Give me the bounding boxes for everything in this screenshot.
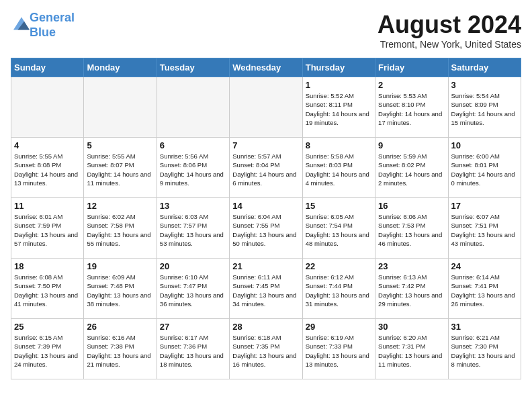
calendar-cell: 1Sunrise: 5:52 AM Sunset: 8:11 PM Daylig… bbox=[302, 77, 375, 138]
weekday-header-wednesday: Wednesday bbox=[230, 58, 302, 77]
calendar-cell: 7Sunrise: 5:57 AM Sunset: 8:04 PM Daylig… bbox=[230, 138, 302, 198]
page-header: General Blue August 2024 Tremont, New Yo… bbox=[11, 11, 521, 50]
cell-info: Sunrise: 5:53 AM Sunset: 8:10 PM Dayligh… bbox=[378, 91, 445, 127]
week-row-1: 1Sunrise: 5:52 AM Sunset: 8:11 PM Daylig… bbox=[11, 77, 521, 138]
calendar-cell: 2Sunrise: 5:53 AM Sunset: 8:10 PM Daylig… bbox=[375, 77, 448, 138]
day-number: 30 bbox=[378, 322, 445, 332]
calendar-cell bbox=[230, 77, 302, 138]
day-number: 18 bbox=[14, 261, 81, 271]
day-number: 14 bbox=[232, 201, 299, 211]
day-number: 22 bbox=[306, 261, 372, 271]
day-number: 7 bbox=[232, 140, 299, 150]
day-number: 12 bbox=[87, 201, 153, 211]
calendar-cell: 13Sunrise: 6:03 AM Sunset: 7:57 PM Dayli… bbox=[157, 198, 229, 259]
cell-info: Sunrise: 6:04 AM Sunset: 7:55 PM Dayligh… bbox=[232, 212, 299, 248]
logo: General Blue bbox=[11, 11, 75, 40]
calendar-cell bbox=[84, 77, 157, 138]
cell-info: Sunrise: 5:55 AM Sunset: 8:07 PM Dayligh… bbox=[87, 152, 153, 187]
day-number: 4 bbox=[14, 140, 81, 150]
logo-icon bbox=[13, 17, 30, 30]
calendar-cell: 9Sunrise: 5:59 AM Sunset: 8:02 PM Daylig… bbox=[375, 138, 448, 198]
day-number: 6 bbox=[160, 140, 226, 150]
day-number: 10 bbox=[451, 140, 518, 150]
cell-info: Sunrise: 6:07 AM Sunset: 7:51 PM Dayligh… bbox=[451, 212, 518, 248]
calendar-cell: 5Sunrise: 5:55 AM Sunset: 8:07 PM Daylig… bbox=[84, 138, 157, 198]
calendar-cell: 26Sunrise: 6:16 AM Sunset: 7:38 PM Dayli… bbox=[84, 319, 157, 379]
calendar-cell: 4Sunrise: 5:55 AM Sunset: 8:08 PM Daylig… bbox=[11, 138, 84, 198]
day-number: 15 bbox=[306, 201, 372, 211]
calendar-cell bbox=[11, 77, 84, 138]
calendar-cell: 25Sunrise: 6:15 AM Sunset: 7:39 PM Dayli… bbox=[11, 319, 84, 379]
cell-info: Sunrise: 6:00 AM Sunset: 8:01 PM Dayligh… bbox=[451, 152, 518, 187]
cell-info: Sunrise: 5:57 AM Sunset: 8:04 PM Dayligh… bbox=[232, 152, 299, 187]
logo-line1: General bbox=[30, 11, 75, 24]
calendar-cell: 19Sunrise: 6:09 AM Sunset: 7:48 PM Dayli… bbox=[84, 259, 157, 319]
cell-info: Sunrise: 6:14 AM Sunset: 7:41 PM Dayligh… bbox=[451, 273, 518, 308]
day-number: 13 bbox=[160, 201, 226, 211]
calendar-table: SundayMondayTuesdayWednesdayThursdayFrid… bbox=[11, 58, 521, 379]
day-number: 8 bbox=[306, 140, 372, 150]
cell-info: Sunrise: 6:17 AM Sunset: 7:36 PM Dayligh… bbox=[160, 333, 226, 369]
day-number: 9 bbox=[378, 140, 445, 150]
day-number: 19 bbox=[87, 261, 153, 271]
cell-info: Sunrise: 5:54 AM Sunset: 8:09 PM Dayligh… bbox=[451, 91, 518, 127]
day-number: 3 bbox=[451, 80, 518, 90]
week-row-2: 4Sunrise: 5:55 AM Sunset: 8:08 PM Daylig… bbox=[11, 138, 521, 198]
day-number: 28 bbox=[232, 322, 299, 332]
cell-info: Sunrise: 6:03 AM Sunset: 7:57 PM Dayligh… bbox=[160, 212, 226, 248]
weekday-header-monday: Monday bbox=[84, 58, 157, 77]
calendar-cell: 10Sunrise: 6:00 AM Sunset: 8:01 PM Dayli… bbox=[448, 138, 521, 198]
calendar-cell: 14Sunrise: 6:04 AM Sunset: 7:55 PM Dayli… bbox=[230, 198, 302, 259]
calendar-cell: 11Sunrise: 6:01 AM Sunset: 7:59 PM Dayli… bbox=[11, 198, 84, 259]
day-number: 5 bbox=[87, 140, 153, 150]
calendar-cell: 28Sunrise: 6:18 AM Sunset: 7:35 PM Dayli… bbox=[230, 319, 302, 379]
day-number: 20 bbox=[160, 261, 226, 271]
calendar-cell: 18Sunrise: 6:08 AM Sunset: 7:50 PM Dayli… bbox=[11, 259, 84, 319]
weekday-header-saturday: Saturday bbox=[448, 58, 521, 77]
day-number: 26 bbox=[87, 322, 153, 332]
weekday-header-sunday: Sunday bbox=[11, 58, 84, 77]
calendar-cell: 16Sunrise: 6:06 AM Sunset: 7:53 PM Dayli… bbox=[375, 198, 448, 259]
day-number: 27 bbox=[160, 322, 226, 332]
day-number: 17 bbox=[451, 201, 518, 211]
cell-info: Sunrise: 5:59 AM Sunset: 8:02 PM Dayligh… bbox=[378, 152, 445, 187]
weekday-header-thursday: Thursday bbox=[302, 58, 375, 77]
cell-info: Sunrise: 6:16 AM Sunset: 7:38 PM Dayligh… bbox=[87, 333, 153, 369]
calendar-cell: 22Sunrise: 6:12 AM Sunset: 7:44 PM Dayli… bbox=[302, 259, 375, 319]
week-row-3: 11Sunrise: 6:01 AM Sunset: 7:59 PM Dayli… bbox=[11, 198, 521, 259]
cell-info: Sunrise: 6:19 AM Sunset: 7:33 PM Dayligh… bbox=[306, 333, 372, 369]
cell-info: Sunrise: 6:20 AM Sunset: 7:31 PM Dayligh… bbox=[378, 333, 445, 369]
calendar-cell: 15Sunrise: 6:05 AM Sunset: 7:54 PM Dayli… bbox=[302, 198, 375, 259]
calendar-cell bbox=[157, 77, 229, 138]
day-number: 31 bbox=[451, 322, 518, 332]
week-row-5: 25Sunrise: 6:15 AM Sunset: 7:39 PM Dayli… bbox=[11, 319, 521, 379]
cell-info: Sunrise: 6:01 AM Sunset: 7:59 PM Dayligh… bbox=[14, 212, 81, 248]
cell-info: Sunrise: 6:08 AM Sunset: 7:50 PM Dayligh… bbox=[14, 273, 81, 308]
calendar-cell: 23Sunrise: 6:13 AM Sunset: 7:42 PM Dayli… bbox=[375, 259, 448, 319]
week-row-4: 18Sunrise: 6:08 AM Sunset: 7:50 PM Dayli… bbox=[11, 259, 521, 319]
calendar-cell: 6Sunrise: 5:56 AM Sunset: 8:06 PM Daylig… bbox=[157, 138, 229, 198]
calendar-cell: 12Sunrise: 6:02 AM Sunset: 7:58 PM Dayli… bbox=[84, 198, 157, 259]
calendar-cell: 3Sunrise: 5:54 AM Sunset: 8:09 PM Daylig… bbox=[448, 77, 521, 138]
calendar-cell: 27Sunrise: 6:17 AM Sunset: 7:36 PM Dayli… bbox=[157, 319, 229, 379]
logo-line2: Blue bbox=[30, 26, 56, 39]
cell-info: Sunrise: 6:10 AM Sunset: 7:47 PM Dayligh… bbox=[160, 273, 226, 308]
day-number: 23 bbox=[378, 261, 445, 271]
day-number: 25 bbox=[14, 322, 81, 332]
calendar-cell: 17Sunrise: 6:07 AM Sunset: 7:51 PM Dayli… bbox=[448, 198, 521, 259]
weekday-header-tuesday: Tuesday bbox=[157, 58, 229, 77]
calendar-cell: 20Sunrise: 6:10 AM Sunset: 7:47 PM Dayli… bbox=[157, 259, 229, 319]
calendar-cell: 21Sunrise: 6:11 AM Sunset: 7:45 PM Dayli… bbox=[230, 259, 302, 319]
weekday-header-friday: Friday bbox=[375, 58, 448, 77]
calendar-cell: 30Sunrise: 6:20 AM Sunset: 7:31 PM Dayli… bbox=[375, 319, 448, 379]
title-block: August 2024 Tremont, New York, United St… bbox=[378, 11, 521, 50]
cell-info: Sunrise: 6:06 AM Sunset: 7:53 PM Dayligh… bbox=[378, 212, 445, 248]
cell-info: Sunrise: 5:58 AM Sunset: 8:03 PM Dayligh… bbox=[306, 152, 372, 187]
cell-info: Sunrise: 6:02 AM Sunset: 7:58 PM Dayligh… bbox=[87, 212, 153, 248]
month-year-title: August 2024 bbox=[378, 11, 521, 39]
weekday-header-row: SundayMondayTuesdayWednesdayThursdayFrid… bbox=[11, 58, 521, 77]
cell-info: Sunrise: 6:09 AM Sunset: 7:48 PM Dayligh… bbox=[87, 273, 153, 308]
cell-info: Sunrise: 5:56 AM Sunset: 8:06 PM Dayligh… bbox=[160, 152, 226, 187]
day-number: 21 bbox=[232, 261, 299, 271]
cell-info: Sunrise: 5:52 AM Sunset: 8:11 PM Dayligh… bbox=[306, 91, 372, 127]
